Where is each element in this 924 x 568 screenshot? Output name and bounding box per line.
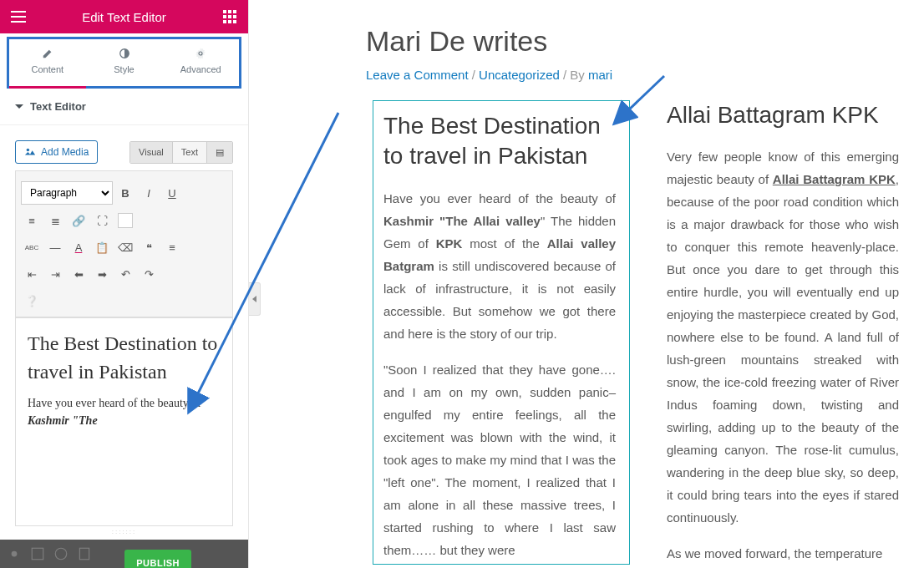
fullscreen-button[interactable]: ⛶ <box>91 210 113 231</box>
svg-rect-4 <box>228 10 231 13</box>
svg-rect-3 <box>223 10 226 13</box>
post-title: Mari De writes <box>366 25 899 58</box>
svg-rect-1 <box>11 16 26 18</box>
help-button[interactable]: ❔ <box>21 290 43 312</box>
left-paragraph-2: "Soon I realized that they have gone…. a… <box>383 358 616 561</box>
svg-rect-18 <box>79 548 89 560</box>
tab-label: Advanced <box>180 64 221 74</box>
svg-rect-10 <box>228 20 231 23</box>
settings-icon[interactable] <box>7 546 22 561</box>
section-header[interactable]: Text Editor <box>0 89 248 125</box>
add-media-button[interactable]: Add Media <box>15 140 98 164</box>
indent-button[interactable]: ➡ <box>91 263 113 285</box>
svg-point-17 <box>55 548 67 560</box>
quote-button[interactable]: ❝ <box>138 236 160 258</box>
left-paragraph-1: Have you ever heard of the beauty of Kas… <box>383 187 616 345</box>
svg-rect-16 <box>32 548 43 560</box>
format-toolbar: Paragraph B I U ≡ ≣ 🔗 ⛶ ABC — A 📋 ⌫ ❝ ≡ <box>15 170 233 317</box>
hr-button[interactable]: — <box>44 236 66 258</box>
history-icon[interactable] <box>53 546 69 561</box>
undo-button[interactable]: ↶ <box>114 263 136 285</box>
category-link[interactable]: Uncategorized <box>479 68 560 82</box>
color-button[interactable] <box>114 210 136 231</box>
svg-rect-9 <box>223 20 226 23</box>
structure-icon[interactable] <box>30 546 45 561</box>
editor-tabs: Content Style Advanced <box>7 37 241 89</box>
content-heading: The Best Destination to travel in Pakist… <box>28 330 221 386</box>
tab-style[interactable]: Style <box>86 39 163 86</box>
link-button[interactable]: 🔗 <box>68 210 89 231</box>
apps-grid-icon[interactable] <box>220 7 240 27</box>
list-ol-button[interactable]: ≣ <box>44 210 66 231</box>
pencil-icon <box>42 48 53 59</box>
section-label: Text Editor <box>30 100 86 113</box>
resize-handle[interactable]: ::::::: <box>15 526 233 537</box>
column-right: Allai Battagram KPK Very few people know… <box>667 100 899 565</box>
panel-collapse-handle[interactable] <box>249 282 261 316</box>
post-meta: Leave a Comment / Uncategorized / By mar… <box>366 68 899 82</box>
content-body: Have you ever heard of the beauty of Kas… <box>28 394 221 429</box>
svg-rect-6 <box>223 15 226 18</box>
list-ul-button[interactable]: ≡ <box>21 210 43 231</box>
underline-button[interactable]: U <box>161 182 183 204</box>
format-select[interactable]: Paragraph <box>21 181 113 205</box>
bold-button[interactable]: B <box>114 182 136 204</box>
tab-label: Content <box>32 64 64 74</box>
media-icon <box>24 146 36 158</box>
svg-rect-0 <box>11 11 26 13</box>
svg-rect-5 <box>233 10 236 13</box>
right-paragraph-2: As we moved forward, the temperature <box>667 542 899 565</box>
publish-button[interactable]: PUBLISH <box>124 550 191 569</box>
tab-advanced[interactable]: Advanced <box>162 39 239 86</box>
indent-left-button[interactable]: ⇤ <box>21 263 43 285</box>
align-button[interactable]: ≡ <box>161 236 183 258</box>
tab-content[interactable]: Content <box>9 39 86 86</box>
add-media-label: Add Media <box>41 146 89 158</box>
svg-rect-11 <box>233 20 236 23</box>
responsive-icon[interactable] <box>77 546 92 561</box>
editor-view-tabs: Visual Text ▤ <box>129 141 233 164</box>
strike-button[interactable]: ABC <box>21 236 43 258</box>
gear-icon <box>195 48 206 59</box>
text-editor-content[interactable]: The Best Destination to travel in Pakist… <box>15 317 233 526</box>
panel-title: Edit Text Editor <box>82 10 166 24</box>
editor-footer: PUBLISH <box>0 540 248 568</box>
view-tab-text[interactable]: Text <box>173 142 207 163</box>
paste-button[interactable]: 📋 <box>91 236 113 258</box>
view-tab-distraction-icon[interactable]: ▤ <box>207 142 232 163</box>
caret-down-icon <box>15 104 23 109</box>
menu-hamburger-icon[interactable] <box>8 7 28 27</box>
left-heading: The Best Destination to travel in Pakist… <box>383 111 616 172</box>
right-paragraph-1: Very few people know of this emerging ma… <box>667 145 899 529</box>
eraser-button[interactable]: ⌫ <box>114 236 136 258</box>
outdent-button[interactable]: ⬅ <box>68 263 89 285</box>
right-heading: Allai Battagram KPK <box>667 100 899 130</box>
text-color-button[interactable]: A <box>68 236 89 258</box>
italic-button[interactable]: I <box>138 182 160 204</box>
svg-rect-2 <box>11 21 26 23</box>
redo-button[interactable]: ↷ <box>138 263 160 285</box>
svg-point-14 <box>27 149 30 152</box>
page-preview: Mari De writes Leave a Comment / Uncateg… <box>366 0 924 568</box>
svg-rect-8 <box>233 15 236 18</box>
svg-point-15 <box>12 551 18 557</box>
contrast-icon <box>119 48 130 59</box>
view-tab-visual[interactable]: Visual <box>130 142 173 163</box>
tab-label: Style <box>114 64 134 74</box>
column-left[interactable]: The Best Destination to travel in Pakist… <box>373 100 630 565</box>
leave-comment-link[interactable]: Leave a Comment <box>366 68 469 82</box>
indent-right-button[interactable]: ⇥ <box>44 263 66 285</box>
svg-rect-7 <box>228 15 231 18</box>
author-link[interactable]: mari <box>588 68 612 82</box>
